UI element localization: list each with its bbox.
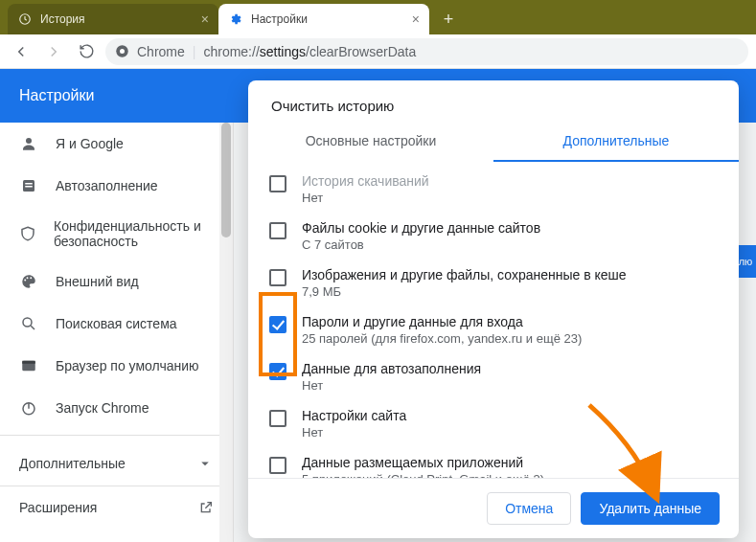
browser-icon <box>19 356 38 375</box>
svg-rect-13 <box>22 361 35 364</box>
browser-tabstrip: История × Настройки × + <box>0 0 756 34</box>
reload-button[interactable] <box>73 38 100 65</box>
chevron-down-icon <box>196 455 214 472</box>
svg-point-3 <box>120 49 125 54</box>
option-passwords[interactable]: Пароли и другие данные для входа25 парол… <box>265 306 722 353</box>
svg-point-4 <box>26 138 32 144</box>
omnibox[interactable]: Chrome | chrome://settings/clearBrowserD… <box>105 38 748 65</box>
checkbox[interactable] <box>269 457 286 474</box>
sidebar-item-label: Я и Google <box>56 136 124 151</box>
sidebar-item-startup[interactable]: Запуск Chrome <box>0 387 233 429</box>
svg-rect-6 <box>25 183 33 185</box>
svg-point-8 <box>24 280 26 282</box>
clear-data-button[interactable]: Удалить данные <box>581 492 720 525</box>
power-icon <box>19 398 38 418</box>
checkbox[interactable] <box>269 222 286 239</box>
dialog-title: Очистить историю <box>248 80 739 124</box>
option-hosted-apps[interactable]: Данные размещаемых приложений5 приложени… <box>265 447 722 478</box>
checkbox[interactable] <box>269 363 286 380</box>
option-autofill-data[interactable]: Данные для автозаполненияНет <box>265 353 722 400</box>
close-icon[interactable]: × <box>412 11 420 27</box>
sidebar-item-search[interactable]: Поисковая система <box>0 303 233 345</box>
sidebar-scrollbar[interactable] <box>219 123 233 542</box>
external-link-icon <box>198 500 214 515</box>
sidebar-item-label: Внешний вид <box>56 274 139 289</box>
checkbox[interactable] <box>269 316 286 333</box>
tab-history[interactable]: История × <box>8 4 218 34</box>
svg-point-11 <box>23 318 32 327</box>
sidebar-item-privacy[interactable]: Конфиденциальность и безопасность <box>0 207 233 260</box>
sidebar-extensions-label: Расширения <box>19 500 97 515</box>
tab-advanced[interactable]: Дополнительные <box>493 124 739 162</box>
back-button[interactable] <box>8 38 34 65</box>
browser-toolbar: Chrome | chrome://settings/clearBrowserD… <box>0 34 756 69</box>
checkbox[interactable] <box>269 269 286 286</box>
svg-point-9 <box>27 277 29 279</box>
url-scheme-label: Chrome <box>137 44 185 59</box>
sidebar-item-label: Браузер по умолчанию <box>56 358 199 373</box>
history-icon <box>17 11 33 27</box>
option-cookies[interactable]: Файлы cookie и другие данные сайтовС 7 с… <box>265 213 722 260</box>
clear-data-dialog: Очистить историю Основные настройки Допо… <box>248 80 739 538</box>
sidebar-item-label: Автозаполнение <box>56 178 158 193</box>
sidebar-extensions[interactable]: Расширения <box>0 486 233 529</box>
tab-settings[interactable]: Настройки × <box>218 4 429 34</box>
sidebar-item-label: Конфиденциальность и безопасность <box>54 218 214 249</box>
tab-basic[interactable]: Основные настройки <box>248 124 493 162</box>
sidebar-more[interactable]: Дополнительные <box>0 441 233 486</box>
palette-icon <box>19 272 38 291</box>
option-site-settings[interactable]: Настройки сайтаНет <box>265 400 722 447</box>
forward-button[interactable] <box>40 38 67 65</box>
cancel-button[interactable]: Отмена <box>487 492 571 525</box>
sidebar-item-label: Поисковая система <box>56 316 177 331</box>
svg-rect-7 <box>25 186 33 188</box>
gear-icon <box>228 11 243 27</box>
person-icon <box>19 134 38 153</box>
dialog-body: История скачиванийНет Файлы cookie и дру… <box>248 162 739 478</box>
url-text: chrome://settings/clearBrowserData <box>203 44 416 59</box>
option-cache[interactable]: Изображения и другие файлы, сохраненные … <box>265 260 722 306</box>
sidebar-more-label: Дополнительные <box>19 456 126 471</box>
tab-label: Настройки <box>251 12 308 26</box>
tab-label: История <box>40 12 85 26</box>
close-icon[interactable]: × <box>201 11 209 27</box>
chrome-icon <box>115 44 129 58</box>
checkbox[interactable] <box>269 175 286 192</box>
sidebar-item-appearance[interactable]: Внешний вид <box>0 260 233 303</box>
autofill-icon <box>19 176 38 195</box>
sidebar-item-autofill[interactable]: Автозаполнение <box>0 165 233 207</box>
shield-icon <box>19 224 36 243</box>
dialog-tabs: Основные настройки Дополнительные <box>248 124 739 162</box>
page-title: Настройки <box>19 87 94 104</box>
search-icon <box>19 314 38 333</box>
dialog-actions: Отмена Удалить данные <box>248 478 739 538</box>
sidebar-item-default-browser[interactable]: Браузер по умолчанию <box>0 345 233 387</box>
sidebar-item-me-and-google[interactable]: Я и Google <box>0 123 233 165</box>
settings-sidebar: Я и Google Автозаполнение Конфиденциальн… <box>0 123 234 542</box>
checkbox[interactable] <box>269 410 286 427</box>
new-tab-button[interactable]: + <box>435 6 462 33</box>
sidebar-item-label: Запуск Chrome <box>56 400 149 416</box>
svg-point-10 <box>30 277 32 279</box>
option-download-history[interactable]: История скачиванийНет <box>265 166 722 213</box>
